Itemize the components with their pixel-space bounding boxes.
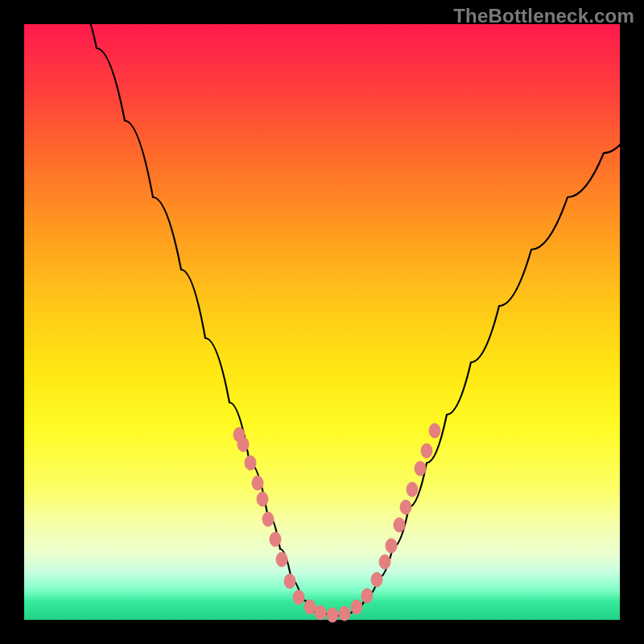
data-marker	[386, 539, 397, 553]
data-marker	[245, 456, 256, 470]
data-marker	[284, 574, 295, 588]
data-markers	[233, 423, 440, 622]
data-marker	[339, 606, 350, 621]
data-marker	[315, 605, 326, 620]
data-marker	[327, 608, 338, 622]
data-marker	[237, 437, 249, 452]
data-marker	[270, 532, 281, 547]
data-marker	[415, 461, 426, 476]
data-marker	[293, 590, 304, 605]
data-marker	[429, 423, 440, 438]
data-marker	[371, 572, 382, 587]
data-marker	[407, 482, 418, 497]
chart-frame: TheBottleneck.com	[0, 0, 644, 644]
data-marker	[252, 476, 263, 490]
data-marker	[276, 552, 287, 567]
bottleneck-curve	[80, 8, 636, 616]
data-marker	[400, 500, 411, 514]
data-marker	[351, 600, 362, 614]
data-marker	[304, 600, 316, 614]
data-marker	[379, 555, 390, 569]
data-marker	[257, 492, 268, 506]
data-marker	[262, 512, 274, 526]
data-marker	[361, 588, 373, 603]
data-marker	[421, 444, 432, 458]
plot-area	[24, 24, 620, 620]
data-marker	[394, 518, 405, 532]
chart-svg	[24, 24, 620, 620]
